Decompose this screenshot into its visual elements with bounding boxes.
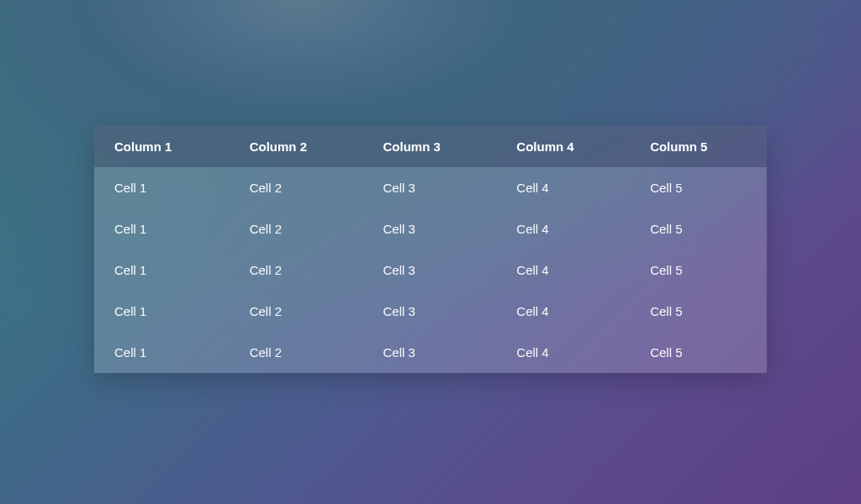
table-cell: Cell 5 [633, 167, 767, 208]
table-cell: Cell 4 [499, 291, 633, 332]
table-cell: Cell 4 [499, 167, 633, 208]
table-cell: Cell 5 [633, 332, 767, 373]
table-row: Cell 1 Cell 2 Cell 3 Cell 4 Cell 5 [94, 332, 767, 373]
table-cell: Cell 5 [633, 249, 767, 291]
table-cell: Cell 2 [233, 167, 367, 208]
table-cell: Cell 3 [367, 291, 500, 332]
table-header-cell: Column 1 [94, 126, 233, 167]
table-row: Cell 1 Cell 2 Cell 3 Cell 4 Cell 5 [94, 167, 767, 208]
table-row: Cell 1 Cell 2 Cell 3 Cell 4 Cell 5 [94, 291, 767, 332]
table-header: Column 1 Column 2 Column 3 Column 4 Colu… [94, 126, 767, 167]
table-cell: Cell 5 [633, 291, 767, 332]
table-header-cell: Column 4 [499, 126, 633, 167]
data-table-card: Column 1 Column 2 Column 3 Column 4 Colu… [94, 126, 767, 373]
table-row: Cell 1 Cell 2 Cell 3 Cell 4 Cell 5 [94, 249, 767, 291]
table-cell: Cell 4 [499, 249, 633, 291]
table-header-row: Column 1 Column 2 Column 3 Column 4 Colu… [94, 126, 767, 167]
table-cell: Cell 4 [499, 332, 633, 373]
table-cell: Cell 4 [499, 208, 633, 249]
table-cell: Cell 1 [94, 332, 233, 373]
table-cell: Cell 3 [367, 208, 500, 249]
table-cell: Cell 5 [633, 208, 767, 249]
table-cell: Cell 2 [233, 249, 367, 291]
table-cell: Cell 1 [94, 167, 233, 208]
table-cell: Cell 2 [233, 291, 367, 332]
table-header-cell: Column 2 [233, 126, 367, 167]
table-cell: Cell 2 [233, 208, 367, 249]
table-cell: Cell 3 [367, 249, 500, 291]
table-cell: Cell 3 [367, 332, 500, 373]
table-cell: Cell 2 [233, 332, 367, 373]
table-row: Cell 1 Cell 2 Cell 3 Cell 4 Cell 5 [94, 208, 767, 249]
table-header-cell: Column 3 [367, 126, 500, 167]
data-table: Column 1 Column 2 Column 3 Column 4 Colu… [94, 126, 767, 373]
table-cell: Cell 1 [94, 208, 233, 249]
table-body: Cell 1 Cell 2 Cell 3 Cell 4 Cell 5 Cell … [94, 167, 767, 373]
table-cell: Cell 3 [367, 167, 500, 208]
table-header-cell: Column 5 [633, 126, 767, 167]
table-cell: Cell 1 [94, 291, 233, 332]
table-cell: Cell 1 [94, 249, 233, 291]
